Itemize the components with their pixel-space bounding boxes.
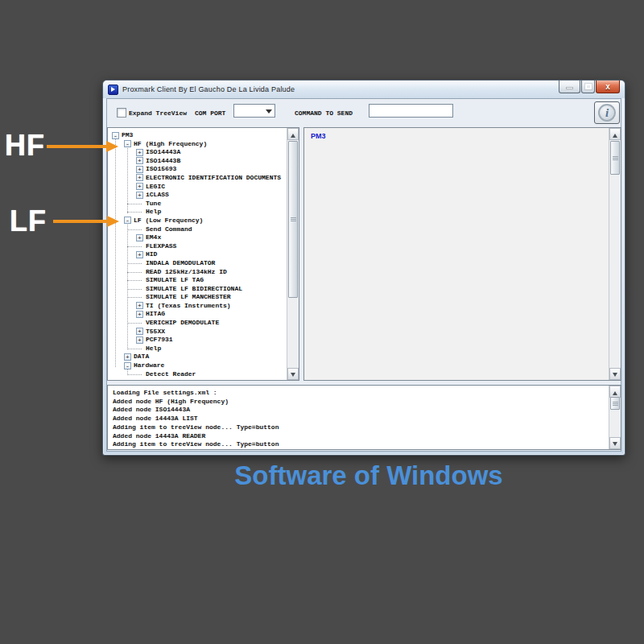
- tree-node-data[interactable]: +DATA: [109, 353, 286, 361]
- tree-node-iclass[interactable]: +iCLASS: [109, 191, 286, 200]
- tree-node-label: PCF7931: [146, 336, 173, 345]
- tree-connector: [127, 263, 142, 264]
- tree-node-simulate-lf-tag[interactable]: SIMULATE LF TAG: [109, 276, 286, 285]
- tree-node-label: iCLASS: [146, 191, 169, 200]
- tree-node-t55xx[interactable]: +T55XX: [109, 328, 286, 336]
- tree-node-label: HID: [146, 250, 157, 259]
- client-area: Expand TreeView COM PORT COMMAND TO SEND…: [106, 98, 621, 452]
- tree-node-label: FLEXPASS: [146, 242, 176, 251]
- tree-connector: [127, 280, 142, 281]
- expand-icon[interactable]: +: [136, 174, 143, 181]
- lf-arrow-head-icon: [107, 216, 119, 227]
- tree-node-legic[interactable]: +LEGIC: [109, 183, 286, 192]
- tree-node-label: DATA: [134, 353, 149, 361]
- tree-node-detect-reader[interactable]: Detect Reader: [109, 370, 286, 379]
- tree-node-read-125khz-134khz-id[interactable]: READ 125kHz/134kHz ID: [109, 268, 286, 277]
- tree-node-lf-low-frequency[interactable]: -LF (Low Frequency): [109, 217, 286, 225]
- tree-view: -PM3-HF (High Frequency)+ISO14443A+ISO14…: [107, 127, 299, 381]
- scroll-up-icon[interactable]: [609, 386, 621, 398]
- maximize-icon: [585, 84, 592, 89]
- expand-icon[interactable]: +: [136, 311, 143, 318]
- scroll-up-icon[interactable]: [609, 128, 621, 140]
- tree-connector: [127, 289, 142, 290]
- expand-icon[interactable]: +: [124, 353, 131, 361]
- tree-node-hid[interactable]: +HID: [109, 250, 286, 259]
- expand-icon[interactable]: +: [136, 192, 143, 199]
- collapse-icon[interactable]: -: [124, 217, 131, 224]
- expand-icon[interactable]: +: [136, 336, 143, 344]
- tree-scrollbar[interactable]: [287, 128, 299, 380]
- tree-node-help[interactable]: Help: [109, 345, 286, 353]
- chevron-down-icon: [266, 109, 272, 117]
- scroll-down-icon[interactable]: [609, 437, 621, 449]
- tree-node-hitag[interactable]: +HITAG: [109, 310, 286, 319]
- tree-node-flexpass[interactable]: FLEXPASS: [109, 242, 286, 251]
- tree-connector: [127, 204, 142, 204]
- grip-icon: [613, 158, 618, 159]
- tree-node-iso14443b[interactable]: +ISO14443B: [109, 157, 286, 166]
- expand-icon[interactable]: +: [136, 234, 143, 242]
- tree-node-label: ISO15693: [146, 165, 176, 174]
- log-line: Loading File settings.xml :: [113, 389, 606, 398]
- log-scrollbar-thumb[interactable]: [610, 397, 620, 410]
- expand-icon[interactable]: +: [136, 149, 143, 156]
- com-port-select[interactable]: [233, 104, 275, 118]
- output-scrollbar-thumb[interactable]: [610, 141, 620, 175]
- log-line: Adding item to treeView node... Type=but…: [113, 440, 606, 448]
- scroll-down-icon[interactable]: [287, 368, 299, 380]
- proxmark-app-icon: [108, 85, 118, 95]
- output-panel: PM3: [303, 127, 621, 381]
- tree-node-em4x[interactable]: +EM4x: [109, 233, 286, 242]
- expand-icon[interactable]: +: [136, 183, 143, 190]
- collapse-icon[interactable]: -: [124, 362, 131, 369]
- collapse-icon[interactable]: -: [112, 132, 119, 139]
- tree-node-label: Detect Reader: [146, 370, 196, 379]
- info-button[interactable]: i: [594, 101, 620, 124]
- collapse-icon[interactable]: -: [124, 140, 131, 147]
- hf-arrow: [47, 145, 107, 148]
- minimize-icon: [566, 87, 573, 89]
- caption: Software of Windows: [234, 460, 502, 491]
- maximize-button[interactable]: [581, 80, 595, 93]
- tree-node-hf-high-frequency[interactable]: -HF (High Frequency): [109, 140, 286, 149]
- tree-node-tune[interactable]: Tune: [109, 200, 286, 208]
- tree-node-label: T55XX: [146, 328, 165, 336]
- log-line: Added node HF (High Frequency): [113, 398, 606, 407]
- tree-node-iso14443a[interactable]: +ISO14443A: [109, 148, 286, 157]
- close-button[interactable]: x: [596, 80, 620, 93]
- tree-node-simulate-lf-manchester[interactable]: SIMULATE LF MANCHESTER: [109, 293, 286, 302]
- tree-node-pm3[interactable]: -PM3: [109, 131, 286, 140]
- tree-node-electronic-identification-documents[interactable]: +ELECTRONIC IDENTIFICATION DOCUMENTS: [109, 174, 286, 183]
- expand-icon[interactable]: +: [136, 166, 143, 173]
- tree-node-label: Hardware: [134, 361, 164, 370]
- tree-scrollbar-thumb[interactable]: [288, 141, 298, 298]
- output-scrollbar[interactable]: [609, 128, 621, 380]
- tree-node-iso15693[interactable]: +ISO15693: [109, 165, 286, 174]
- expand-icon[interactable]: +: [136, 157, 143, 164]
- scroll-down-icon[interactable]: [609, 368, 621, 380]
- expand-icon[interactable]: +: [136, 302, 143, 309]
- log-scrollbar[interactable]: [609, 386, 621, 449]
- tree-node-ti-texas-instruments[interactable]: +TI (Texas Instruments): [109, 302, 286, 311]
- scroll-up-icon[interactable]: [287, 128, 299, 140]
- tree-node-pcf7931[interactable]: +PCF7931: [109, 336, 286, 345]
- titlebar[interactable]: Proxmark Client By El Gaucho De La Livid…: [103, 80, 625, 98]
- minimize-button[interactable]: [559, 80, 580, 93]
- tree-node-indala-demodulator[interactable]: INDALA DEMODULATOR: [109, 259, 286, 268]
- tree-node-label: HITAG: [146, 310, 165, 319]
- tree-node-label: ELECTRONIC IDENTIFICATION DOCUMENTS: [146, 174, 281, 183]
- expand-icon[interactable]: +: [136, 251, 143, 258]
- command-input[interactable]: [369, 104, 453, 118]
- tree-node-verichip-demodulate[interactable]: VERICHIP DEMODULATE: [109, 319, 286, 328]
- tree-node-label: TI (Texas Instruments): [146, 302, 231, 311]
- tree-node-label: VERICHIP DEMODULATE: [146, 319, 219, 328]
- expand-icon[interactable]: +: [136, 328, 143, 335]
- close-icon: x: [605, 83, 610, 91]
- log-lines: Loading File settings.xml :Added node HF…: [113, 389, 606, 448]
- tree-node-send-command[interactable]: Send Command: [109, 225, 286, 234]
- tree-node-help[interactable]: Help: [109, 208, 286, 217]
- expand-treeview-checkbox[interactable]: [117, 108, 126, 118]
- tree-node-simulate-lf-bidirectional[interactable]: SIMULATE LF BIDIRECTIONAL: [109, 285, 286, 294]
- tree-node-hardware[interactable]: -Hardware: [109, 361, 286, 370]
- tree-node-label: LEGIC: [146, 183, 165, 192]
